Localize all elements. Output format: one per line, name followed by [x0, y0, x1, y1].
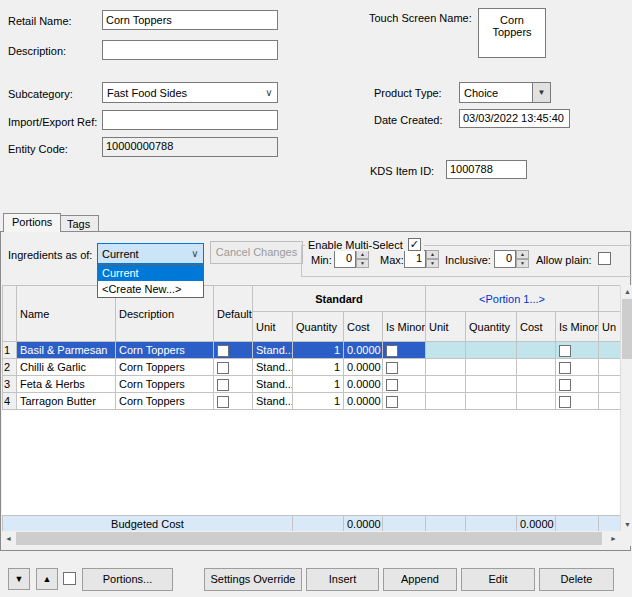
ingredients-as-of-dropdown[interactable]: Current ∨ [97, 243, 204, 264]
cell-std-unit[interactable]: Stand... [253, 393, 293, 410]
cell-description[interactable]: Corn Toppers [116, 342, 214, 359]
dropdown-option-current[interactable]: Current [98, 265, 203, 281]
cell-p2-unit[interactable] [599, 342, 621, 359]
cell-std-unit[interactable]: Stand... [253, 376, 293, 393]
grid-vertical-scrollbar[interactable]: ▲ ▼ [620, 285, 632, 531]
table-row[interactable]: 3 Feta & Herbs Corn Toppers Stand... 1 0… [3, 376, 621, 393]
grid-horizontal-scrollbar[interactable]: ◄ ► [2, 531, 620, 546]
cell-default[interactable] [214, 342, 253, 359]
cell-p2-unit[interactable] [599, 359, 621, 376]
spin-down-icon[interactable]: ▼ [356, 259, 369, 268]
cell-p1-unit[interactable] [426, 393, 466, 410]
cell-p1-unit[interactable] [426, 342, 466, 359]
cell-std-is-minor[interactable] [383, 359, 426, 376]
cell-p1-quantity[interactable] [466, 359, 517, 376]
spin-down-icon[interactable]: ▼ [516, 259, 529, 268]
delete-button[interactable]: Delete [539, 568, 614, 591]
scroll-right-icon[interactable]: ► [607, 532, 620, 545]
scroll-down-icon[interactable]: ▼ [621, 518, 632, 531]
default-checkbox[interactable] [217, 379, 229, 391]
table-row[interactable]: 4 Tarragon Butter Corn Toppers Stand... … [3, 393, 621, 410]
column-header-quantity[interactable]: Quantity [293, 312, 344, 342]
is-minor-checkbox[interactable] [386, 379, 398, 391]
cell-description[interactable]: Corn Toppers [116, 393, 214, 410]
default-checkbox[interactable] [217, 396, 229, 408]
group-header-portion1[interactable]: <Portion 1...> [426, 286, 599, 312]
cell-p1-is-minor[interactable] [556, 342, 599, 359]
spin-up-icon[interactable]: ▲ [516, 250, 529, 259]
cell-description[interactable]: Corn Toppers [116, 376, 214, 393]
inclusive-value[interactable]: 0 [494, 250, 516, 268]
spin-up-icon[interactable]: ▲ [426, 250, 439, 259]
import-export-input[interactable] [102, 110, 278, 130]
retail-name-input[interactable] [102, 10, 278, 30]
hscroll-thumb[interactable] [16, 532, 602, 545]
cell-p1-quantity[interactable] [466, 342, 517, 359]
is-minor-checkbox[interactable] [559, 362, 571, 374]
cell-p2-unit[interactable] [599, 376, 621, 393]
spin-up-icon[interactable]: ▲ [356, 250, 369, 259]
table-row[interactable]: 1 Basil & Parmesan Corn Toppers Stand...… [3, 342, 621, 359]
cell-p1-cost[interactable] [517, 393, 556, 410]
default-checkbox[interactable] [217, 345, 229, 357]
group-header-standard[interactable]: Standard [253, 286, 426, 312]
product-type-dropdown[interactable]: Choice ▼ [459, 82, 551, 103]
move-down-button[interactable]: ▼ [8, 568, 30, 590]
column-header-quantity[interactable]: Quantity [466, 312, 517, 342]
subcategory-dropdown[interactable]: Fast Food Sides ∨ [102, 82, 278, 103]
cell-std-cost[interactable]: 0.0000 [344, 393, 383, 410]
cell-name[interactable]: Tarragon Butter [17, 393, 116, 410]
cell-std-cost[interactable]: 0.0000 [344, 376, 383, 393]
cell-p1-is-minor[interactable] [556, 359, 599, 376]
is-minor-checkbox[interactable] [559, 396, 571, 408]
description-input[interactable] [102, 40, 278, 60]
cell-name[interactable]: Chilli & Garlic [17, 359, 116, 376]
column-header-is-minor[interactable]: Is Minor [556, 312, 599, 342]
is-minor-checkbox[interactable] [386, 362, 398, 374]
cell-p1-quantity[interactable] [466, 393, 517, 410]
dropdown-option-create-new[interactable]: <Create New...> [98, 281, 203, 297]
cell-p1-cost[interactable] [517, 359, 556, 376]
cell-std-cost[interactable]: 0.0000 [344, 342, 383, 359]
cell-name[interactable]: Feta & Herbs [17, 376, 116, 393]
cell-std-unit[interactable]: Stand... [253, 359, 293, 376]
append-button[interactable]: Append [383, 568, 457, 591]
is-minor-checkbox[interactable] [386, 345, 398, 357]
cell-p1-is-minor[interactable] [556, 393, 599, 410]
cell-std-quantity[interactable]: 1 [293, 359, 344, 376]
settings-override-button[interactable]: Settings Override [204, 568, 302, 591]
is-minor-checkbox[interactable] [386, 396, 398, 408]
cell-p1-unit[interactable] [426, 359, 466, 376]
cell-description[interactable]: Corn Toppers [116, 359, 214, 376]
is-minor-checkbox[interactable] [559, 345, 571, 357]
cell-p2-unit[interactable] [599, 393, 621, 410]
scroll-left-icon[interactable]: ◄ [2, 532, 15, 545]
table-row[interactable]: 2 Chilli & Garlic Corn Toppers Stand... … [3, 359, 621, 376]
cell-std-quantity[interactable]: 1 [293, 376, 344, 393]
column-header-is-minor[interactable]: Is Minor [383, 312, 426, 342]
portions-button[interactable]: Portions... [82, 568, 173, 591]
column-header-unit-partial[interactable]: Un [599, 312, 621, 342]
touch-screen-name-box[interactable]: Corn Toppers [478, 8, 546, 58]
move-up-button[interactable]: ▲ [36, 568, 58, 590]
bottom-checkbox[interactable] [63, 572, 76, 585]
allow-plain-checkbox[interactable] [598, 252, 611, 265]
max-value[interactable]: 1 [404, 250, 426, 268]
column-header-cost[interactable]: Cost [344, 312, 383, 342]
default-checkbox[interactable] [217, 362, 229, 374]
cell-std-cost[interactable]: 0.0000 [344, 359, 383, 376]
cell-std-is-minor[interactable] [383, 393, 426, 410]
column-header-unit[interactable]: Unit [253, 312, 293, 342]
edit-button[interactable]: Edit [461, 568, 535, 591]
column-header-default[interactable]: Default [214, 286, 253, 342]
cell-name[interactable]: Basil & Parmesan [17, 342, 116, 359]
scroll-up-icon[interactable]: ▲ [621, 285, 632, 298]
cell-std-unit[interactable]: Stand... [253, 342, 293, 359]
cell-default[interactable] [214, 359, 253, 376]
cancel-changes-button[interactable]: Cancel Changes [210, 241, 303, 264]
cell-default[interactable] [214, 376, 253, 393]
cell-default[interactable] [214, 393, 253, 410]
tab-portions[interactable]: Portions [3, 213, 61, 232]
vscroll-thumb[interactable] [622, 299, 632, 359]
cell-p1-quantity[interactable] [466, 376, 517, 393]
